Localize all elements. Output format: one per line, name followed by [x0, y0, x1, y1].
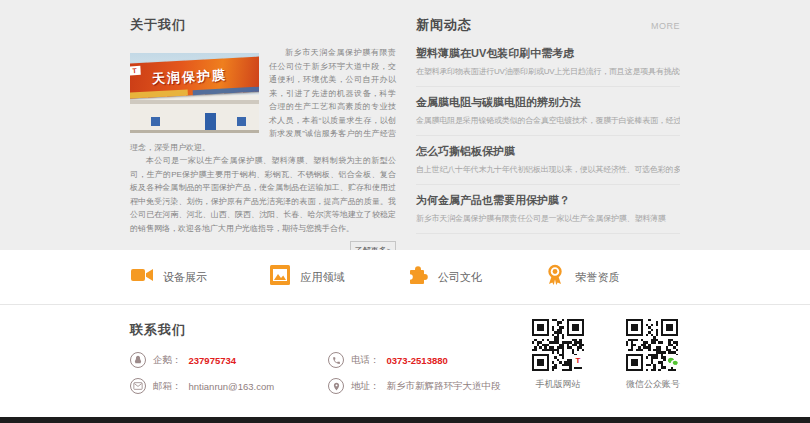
building: [130, 100, 259, 133]
tianrun-logo: T: [130, 66, 141, 76]
qr-label: 微信公众账号: [626, 378, 680, 391]
contact-label: 企鹅：: [153, 354, 182, 367]
contact-grid: 企鹅：237975734 电话：0373-2513880 邮箱：hntianru…: [130, 352, 532, 394]
qq-icon: [130, 352, 146, 368]
feature-culture[interactable]: 公司文化: [405, 263, 543, 291]
news-desc: 在塑料承印物表面进行UV油墨印刷或UV上光日趋流行，而且这是项具有挑战性的工作: [416, 66, 680, 77]
feature-shortcuts: 设备展示 应用领域 公司文化 荣誉资质: [0, 250, 810, 304]
news-title[interactable]: 塑料薄膜在UV包装印刷中需考虑: [416, 46, 680, 61]
billboard-text: 天润保护膜: [152, 66, 228, 88]
about-heading: 关于我们: [130, 0, 396, 34]
top-section: 关于我们 T 天润保护膜 新乡市天润金属保护膜有限责任公司位于新乡环宇大道中段，…: [0, 0, 810, 250]
learn-more-button[interactable]: 了解更多>: [350, 241, 396, 250]
billboard-strip: [193, 86, 259, 95]
contact-row-email: 邮箱：hntianrun@163.com: [130, 378, 328, 394]
wechat-logo: [666, 355, 678, 367]
news-item[interactable]: 怎么巧撕铝板保护膜 自上世纪八十年代末九十年代初铝板出现以来，便以其经济性、可选…: [416, 136, 680, 185]
phone-number: 0373-2513880: [387, 355, 448, 366]
news-desc: 金属膜电阻是采用镍铬或类似的合金真空电镀技术，覆膜于白瓷棒表面，经过切割调试阻值: [416, 115, 680, 126]
camera-icon: [130, 263, 154, 291]
contact-label: 邮箱：: [153, 380, 182, 393]
news-section: 新闻动态 MORE 塑料薄膜在UV包装印刷中需考虑 在塑料承印物表面进行UV油墨…: [416, 0, 680, 250]
qq-number: 237975734: [189, 355, 237, 366]
feature-label: 应用领域: [301, 270, 345, 285]
qr-mobile-site: T 手机版网站: [532, 319, 584, 394]
tianrun-logo: T: [572, 355, 584, 367]
billboard-strip: [130, 89, 188, 98]
mail-icon: [130, 378, 146, 394]
news-title[interactable]: 为何金属产品也需要用保护膜？: [416, 193, 680, 208]
news-item[interactable]: 为何金属产品也需要用保护膜？ 新乡市天润金属保护膜有限责任公司是一家以生产金属保…: [416, 185, 680, 234]
footer-bar: [0, 417, 810, 423]
feature-label: 设备展示: [163, 270, 207, 285]
feature-equipment[interactable]: 设备展示: [130, 263, 268, 291]
feature-honors[interactable]: 荣誉资质: [543, 263, 681, 291]
contact-label: 地址：: [351, 380, 380, 393]
news-item[interactable]: 金属膜电阻与碳膜电阻的辨别方法 金属膜电阻是采用镍铬或类似的合金真空电镀技术，覆…: [416, 87, 680, 136]
news-desc: 新乡市天润金属保护膜有限责任公司是一家以生产金属保护膜、塑料薄膜: [416, 213, 680, 224]
qr-label: 手机版网站: [532, 378, 584, 391]
feature-label: 公司文化: [438, 270, 482, 285]
contact-section: 联系我们 企鹅：237975734 电话：0373-2513880: [0, 304, 810, 417]
contact-row-phone: 电话：0373-2513880: [328, 352, 532, 368]
news-heading: 新闻动态: [416, 16, 472, 34]
feature-label: 荣誉资质: [576, 270, 620, 285]
pin-icon: [328, 378, 344, 394]
qr-wechat: 微信公众账号: [626, 319, 680, 394]
phone-icon: [328, 352, 344, 368]
news-title[interactable]: 怎么巧撕铝板保护膜: [416, 144, 680, 159]
address-value: 新乡市新辉路环宇大道中段: [387, 380, 501, 393]
contact-heading: 联系我们: [130, 321, 532, 339]
gallery-icon: [268, 263, 292, 291]
puzzle-icon: [405, 263, 429, 291]
email-value: hntianrun@163.com: [189, 381, 275, 392]
contact-row-qq: 企鹅：237975734: [130, 352, 328, 368]
news-desc: 自上世纪八十年代末九十年代初铝板出现以来，便以其经济性、可选色彩的多样性: [416, 164, 680, 175]
feature-applications[interactable]: 应用领域: [268, 263, 406, 291]
contact-label: 电话：: [351, 354, 380, 367]
company-photo: T 天润保护膜: [130, 53, 259, 133]
news-title[interactable]: 金属膜电阻与碳膜电阻的辨别方法: [416, 95, 680, 110]
news-item[interactable]: 塑料薄膜在UV包装印刷中需考虑 在塑料承印物表面进行UV油墨印刷或UV上光日趋流…: [416, 38, 680, 87]
news-list: 塑料薄膜在UV包装印刷中需考虑 在塑料承印物表面进行UV油墨印刷或UV上光日趋流…: [416, 38, 680, 234]
about-paragraph: 本公司是一家以生产金属保护膜、塑料薄膜、塑料制袋为主的新型公司，生产的PE保护膜…: [130, 154, 396, 235]
qr-area: T 手机版网站 微信公众账号: [532, 305, 680, 394]
medal-icon: [543, 263, 567, 291]
news-more-link[interactable]: MORE: [651, 21, 680, 31]
contact-row-address: 地址：新乡市新辉路环宇大道中段: [328, 378, 532, 394]
billboard: T 天润保护膜: [130, 56, 259, 98]
about-section: 关于我们 T 天润保护膜 新乡市天润金属保护膜有限责任公司位于新乡环宇大道中段，…: [130, 0, 396, 250]
